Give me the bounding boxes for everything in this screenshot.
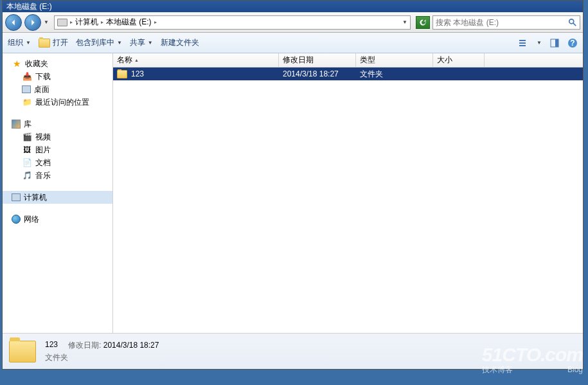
sidebar-videos[interactable]: 🎬视频 bbox=[3, 130, 112, 143]
sidebar-libraries[interactable]: 库 bbox=[3, 118, 112, 130]
breadcrumb-separator: ▸ bbox=[154, 19, 157, 25]
back-button[interactable] bbox=[5, 14, 22, 31]
sidebar-downloads[interactable]: 📥下载 bbox=[3, 70, 112, 83]
download-icon: 📥 bbox=[22, 71, 32, 82]
nav-bar: ▼ ▸ 计算机 ▸ 本地磁盘 (E:) ▸ ▼ bbox=[3, 12, 583, 33]
sidebar-documents[interactable]: 📄文档 bbox=[3, 156, 112, 169]
details-name: 123 bbox=[45, 340, 58, 351]
recent-icon: 📁 bbox=[22, 97, 32, 107]
title-bar: 本地磁盘 (E:) bbox=[3, 1, 583, 12]
sidebar-network[interactable]: 网络 bbox=[3, 213, 112, 226]
column-headers: 名称▲ 修改日期 类型 大小 bbox=[113, 53, 583, 67]
column-name[interactable]: 名称▲ bbox=[113, 53, 279, 67]
document-icon: 📄 bbox=[22, 157, 32, 168]
window-title: 本地磁盘 (E:) bbox=[6, 1, 52, 12]
breadcrumb-computer[interactable]: 计算机 bbox=[75, 17, 98, 28]
sidebar-computer[interactable]: 计算机 bbox=[3, 191, 112, 204]
svg-rect-4 bbox=[519, 45, 526, 46]
details-type: 文件夹 bbox=[45, 352, 68, 363]
command-bar: 组织▼ 打开 包含到库中▼ 共享▼ 新建文件夹 ▼ ? bbox=[3, 33, 583, 53]
new-folder-button[interactable]: 新建文件夹 bbox=[161, 37, 199, 48]
search-icon bbox=[568, 18, 577, 27]
svg-text:?: ? bbox=[570, 39, 575, 48]
address-bar[interactable]: ▸ 计算机 ▸ 本地磁盘 (E:) ▸ ▼ bbox=[54, 15, 411, 30]
share-menu[interactable]: 共享▼ bbox=[130, 37, 153, 48]
details-date: 2014/3/18 18:27 bbox=[103, 341, 159, 350]
preview-pane-button[interactable] bbox=[549, 38, 560, 48]
sidebar-recent[interactable]: 📁最近访问的位置 bbox=[3, 96, 112, 109]
computer-icon bbox=[12, 193, 21, 201]
column-type[interactable]: 类型 bbox=[356, 53, 433, 67]
search-input[interactable] bbox=[436, 18, 568, 27]
breadcrumb-current[interactable]: 本地磁盘 (E:) bbox=[106, 17, 152, 28]
explorer-window: 本地磁盘 (E:) ▼ ▸ 计算机 ▸ 本地磁盘 (E:) ▸ ▼ 组织▼ bbox=[2, 0, 584, 370]
navigation-pane: ★收藏夹 📥下载 桌面 📁最近访问的位置 库 🎬视频 🖼图片 📄文档 🎵音乐 计… bbox=[3, 53, 113, 333]
drive-icon bbox=[57, 19, 67, 26]
folder-large-icon bbox=[9, 341, 36, 363]
folder-open-icon bbox=[39, 39, 50, 48]
include-library-menu[interactable]: 包含到库中▼ bbox=[76, 37, 122, 48]
breadcrumb-separator: ▸ bbox=[70, 19, 73, 25]
sidebar-pictures[interactable]: 🖼图片 bbox=[3, 143, 112, 156]
view-options-button[interactable] bbox=[519, 38, 529, 48]
sidebar-desktop[interactable]: 桌面 bbox=[3, 83, 112, 96]
desktop-icon bbox=[22, 85, 31, 93]
music-icon: 🎵 bbox=[22, 170, 32, 181]
sidebar-music[interactable]: 🎵音乐 bbox=[3, 169, 112, 182]
details-date-label: 修改日期: bbox=[68, 341, 101, 350]
address-dropdown[interactable]: ▼ bbox=[402, 19, 407, 25]
svg-rect-3 bbox=[519, 42, 526, 44]
organize-menu[interactable]: 组织▼ bbox=[8, 37, 31, 48]
svg-rect-6 bbox=[555, 39, 558, 47]
svg-point-0 bbox=[569, 19, 574, 23]
breadcrumb-separator: ▸ bbox=[101, 19, 103, 25]
file-date: 2014/3/18 18:27 bbox=[279, 69, 356, 78]
file-type: 文件夹 bbox=[356, 69, 433, 80]
file-name: 123 bbox=[131, 69, 144, 78]
forward-button[interactable] bbox=[24, 14, 41, 31]
video-icon: 🎬 bbox=[22, 132, 32, 142]
star-icon: ★ bbox=[12, 58, 22, 69]
search-box[interactable] bbox=[432, 15, 580, 30]
content-area: ★收藏夹 📥下载 桌面 📁最近访问的位置 库 🎬视频 🖼图片 📄文档 🎵音乐 计… bbox=[3, 53, 583, 333]
open-button[interactable]: 打开 bbox=[39, 37, 68, 48]
svg-line-1 bbox=[573, 22, 576, 25]
file-row[interactable]: 123 2014/3/18 18:27 文件夹 bbox=[113, 67, 583, 80]
column-size[interactable]: 大小 bbox=[433, 53, 485, 67]
folder-icon bbox=[117, 70, 127, 78]
column-date[interactable]: 修改日期 bbox=[279, 53, 356, 67]
history-dropdown[interactable]: ▼ bbox=[44, 19, 49, 25]
svg-rect-2 bbox=[519, 40, 526, 41]
view-dropdown[interactable]: ▼ bbox=[537, 40, 542, 46]
help-button[interactable]: ? bbox=[567, 38, 578, 48]
sidebar-favorites[interactable]: ★收藏夹 bbox=[3, 57, 112, 70]
file-list[interactable]: 123 2014/3/18 18:27 文件夹 bbox=[113, 67, 583, 333]
network-icon bbox=[12, 215, 21, 224]
details-pane: 123 修改日期: 2014/3/18 18:27 文件夹 bbox=[3, 333, 583, 369]
arrow-left-icon bbox=[9, 18, 18, 27]
refresh-button[interactable] bbox=[416, 16, 430, 29]
refresh-icon bbox=[419, 19, 427, 26]
picture-icon: 🖼 bbox=[22, 145, 32, 155]
file-view: 名称▲ 修改日期 类型 大小 123 2014/3/18 18:27 文件夹 bbox=[113, 53, 583, 333]
arrow-right-icon bbox=[28, 18, 37, 27]
library-icon bbox=[12, 120, 21, 129]
